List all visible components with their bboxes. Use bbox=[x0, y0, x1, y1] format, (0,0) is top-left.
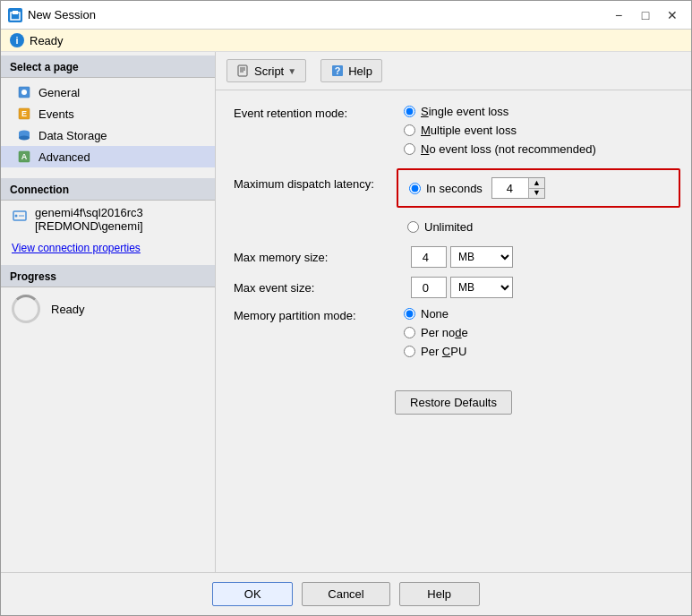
max-dispatch-label: Maximum dispatch latency: bbox=[234, 168, 404, 191]
script-button[interactable]: Script ▼ bbox=[226, 59, 306, 82]
memory-partition-controls: None Per node Per CPU bbox=[404, 307, 468, 358]
info-icon: i bbox=[10, 33, 24, 47]
form-area: Event retention mode: Single event loss … bbox=[216, 90, 691, 572]
dispatch-unlimited-option[interactable]: Unlimited bbox=[404, 220, 673, 234]
dispatch-highlighted-row: In seconds 4 ▲ ▼ bbox=[397, 168, 680, 208]
memory-partition-label: Memory partition mode: bbox=[234, 307, 404, 322]
progress-section: Progress Ready bbox=[1, 265, 215, 330]
retention-single-radio[interactable] bbox=[404, 106, 415, 117]
retention-none-radio[interactable] bbox=[404, 143, 415, 155]
retention-multiple-radio[interactable] bbox=[404, 124, 415, 136]
dispatch-seconds-label: In seconds bbox=[426, 182, 483, 195]
connection-info: genemi4f\sql2016rc3 [REDMOND\genemi] bbox=[1, 201, 215, 238]
event-retention-label: Event retention mode: bbox=[234, 105, 404, 120]
spinbox-buttons: ▲ ▼ bbox=[528, 178, 544, 198]
advanced-icon: A bbox=[17, 150, 31, 164]
window-title: New Session bbox=[28, 8, 96, 21]
cancel-button[interactable]: Cancel bbox=[302, 582, 389, 606]
partition-none-label: None bbox=[421, 307, 449, 321]
retention-none-label: No event loss (not recommended) bbox=[421, 142, 596, 156]
dispatch-seconds-radio[interactable] bbox=[409, 183, 421, 194]
event-retention-row: Event retention mode: Single event loss … bbox=[234, 105, 673, 156]
max-event-row: Max event size: 0 MB KB GB bbox=[234, 277, 673, 298]
svg-rect-1 bbox=[13, 11, 18, 14]
main-window: New Session − □ ✕ i Ready Select a page bbox=[0, 0, 692, 616]
close-button[interactable]: ✕ bbox=[661, 5, 684, 25]
datastorage-icon bbox=[17, 128, 31, 142]
connection-section: Connection genemi4f\sql2016rc3 [REDMOND\… bbox=[1, 178, 215, 258]
script-icon bbox=[236, 64, 251, 78]
help-toolbar-label: Help bbox=[348, 64, 372, 78]
svg-point-12 bbox=[15, 215, 18, 218]
spinbox-up-button[interactable]: ▲ bbox=[529, 178, 544, 188]
svg-rect-14 bbox=[238, 65, 247, 76]
partition-pernode-radio[interactable] bbox=[404, 327, 415, 338]
sidebar-nav: General E Events Data Storage bbox=[1, 78, 215, 171]
partition-pernode-option[interactable]: Per node bbox=[404, 326, 468, 339]
help-icon: ? bbox=[330, 64, 345, 78]
progress-status: Ready bbox=[51, 303, 85, 316]
sidebar-item-advanced[interactable]: A Advanced bbox=[1, 146, 215, 167]
progress-label: Progress bbox=[1, 265, 215, 287]
sidebar-item-datastorage[interactable]: Data Storage bbox=[1, 124, 215, 146]
spinbox-down-button[interactable]: ▼ bbox=[529, 188, 544, 199]
svg-point-3 bbox=[21, 90, 27, 95]
maximize-button[interactable]: □ bbox=[634, 5, 657, 25]
events-icon: E bbox=[17, 107, 31, 121]
connection-label: Connection bbox=[1, 178, 215, 201]
svg-text:E: E bbox=[21, 109, 27, 118]
select-page-label: Select a page bbox=[1, 56, 215, 78]
max-memory-controls: 4 MB KB GB bbox=[411, 246, 513, 268]
dispatch-seconds-option[interactable]: In seconds bbox=[409, 182, 483, 195]
svg-text:A: A bbox=[21, 152, 28, 161]
max-memory-row: Max memory size: 4 MB KB GB bbox=[234, 246, 673, 268]
top-status-text: Ready bbox=[30, 34, 64, 47]
view-connection-link[interactable]: View connection properties bbox=[1, 238, 215, 258]
minimize-button[interactable]: − bbox=[607, 5, 630, 25]
ok-button[interactable]: OK bbox=[212, 582, 293, 606]
progress-content: Ready bbox=[1, 287, 215, 330]
partition-pernode-label: Per node bbox=[421, 326, 468, 339]
spinner-icon bbox=[12, 295, 40, 323]
sidebar-item-general[interactable]: General bbox=[1, 81, 215, 103]
sidebar-item-advanced-label: Advanced bbox=[38, 150, 90, 164]
general-icon bbox=[17, 85, 31, 99]
retention-multiple-option[interactable]: Multiple event loss bbox=[404, 124, 596, 137]
partition-percpu-label: Per CPU bbox=[421, 345, 466, 358]
connection-text: genemi4f\sql2016rc3 [REDMOND\genemi] bbox=[35, 206, 143, 233]
window-icon bbox=[8, 8, 22, 22]
partition-percpu-radio[interactable] bbox=[404, 346, 415, 357]
title-bar-buttons: − □ ✕ bbox=[607, 5, 684, 25]
top-status-bar: i Ready bbox=[1, 30, 691, 52]
max-event-label: Max event size: bbox=[234, 281, 404, 295]
title-bar-left: New Session bbox=[8, 8, 96, 22]
retention-none-option[interactable]: No event loss (not recommended) bbox=[404, 142, 596, 156]
max-memory-unit-select[interactable]: MB KB GB bbox=[450, 246, 513, 268]
restore-defaults-container: Restore Defaults bbox=[234, 376, 673, 415]
help-bottom-button[interactable]: Help bbox=[399, 582, 480, 606]
sidebar-item-events-label: Events bbox=[38, 107, 74, 121]
sidebar-item-events[interactable]: E Events bbox=[1, 103, 215, 124]
partition-none-radio[interactable] bbox=[404, 308, 415, 320]
content-area: Select a page General E Events bbox=[1, 52, 691, 572]
max-event-unit-select[interactable]: MB KB GB bbox=[450, 277, 513, 298]
partition-none-option[interactable]: None bbox=[404, 307, 468, 321]
sidebar-item-datastorage-label: Data Storage bbox=[38, 129, 107, 142]
max-memory-input[interactable]: 4 bbox=[411, 246, 447, 268]
connection-server: genemi4f\sql2016rc3 bbox=[35, 206, 143, 219]
toolbar: Script ▼ ? Help bbox=[216, 52, 691, 90]
partition-percpu-option[interactable]: Per CPU bbox=[404, 345, 468, 358]
main-content: Script ▼ ? Help Event retention mode: bbox=[216, 52, 691, 572]
retention-single-option[interactable]: Single event loss bbox=[404, 105, 596, 118]
retention-multiple-label: Multiple event loss bbox=[421, 124, 517, 137]
max-event-input[interactable]: 0 bbox=[411, 277, 447, 298]
dispatch-unlimited-radio[interactable] bbox=[407, 221, 419, 233]
event-retention-controls: Single event loss Multiple event loss No… bbox=[404, 105, 596, 156]
server-icon bbox=[12, 208, 28, 224]
script-dropdown-arrow: ▼ bbox=[287, 66, 296, 76]
restore-defaults-button[interactable]: Restore Defaults bbox=[395, 390, 512, 415]
help-button[interactable]: ? Help bbox=[320, 59, 382, 82]
bottom-bar: OK Cancel Help bbox=[1, 572, 691, 615]
dispatch-unlimited-label: Unlimited bbox=[424, 220, 473, 234]
dispatch-value-input[interactable]: 4 bbox=[492, 178, 528, 198]
